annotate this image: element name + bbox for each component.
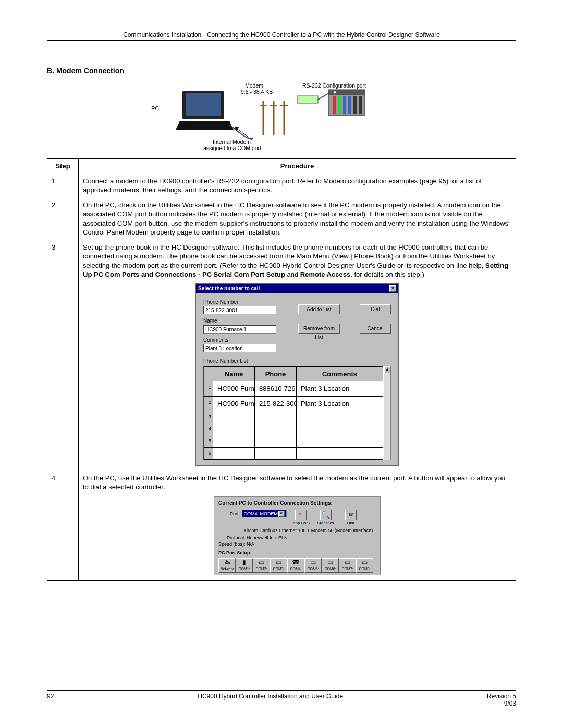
diagram-label-internal2: assigned to a COM port	[203, 145, 261, 151]
svg-rect-8	[297, 96, 318, 103]
svg-rect-1	[186, 93, 221, 116]
chevron-down-icon[interactable]: ▼	[278, 511, 285, 517]
dial-button[interactable]: ☎ Dial	[340, 510, 362, 526]
label-name: Name	[203, 317, 292, 325]
footer-date: 9/03	[504, 700, 516, 707]
label-protocol: Protocol:	[227, 535, 246, 540]
port-button[interactable]: 🖧Network	[218, 558, 236, 573]
loopback-button[interactable]: ⇅ Loop Back	[290, 510, 312, 526]
step-text: On the PC, use the Utilities Worksheet i…	[79, 471, 516, 580]
label-comments: Comments	[203, 337, 391, 344]
phone-icon: ☎	[348, 512, 353, 518]
step-text: Connect a modem to the HC900 controller'…	[79, 174, 516, 198]
step-num: 3	[47, 240, 79, 471]
port-button[interactable]: ▭COM3:	[270, 558, 287, 573]
port-button[interactable]: ▭COM8:	[356, 558, 373, 573]
xircom-line: Xircom CardBus Ethernet 100 + Modem 56 (…	[243, 527, 376, 534]
remove-from-list-button[interactable]: Remove from List	[298, 324, 340, 334]
grid-col-phone: Phone	[255, 366, 297, 381]
svg-rect-12	[338, 96, 341, 114]
svg-rect-11	[333, 96, 336, 114]
loopback-icon: ⇅	[299, 512, 302, 518]
svg-rect-16	[359, 96, 362, 114]
diagram-label-modem: Modem	[245, 82, 263, 89]
phone-input[interactable]: 215-822-3001	[203, 306, 276, 314]
step-text: On the PC, check on the Utilities Worksh…	[79, 198, 516, 240]
diagram-label-modem-rate: 9.6 - 38.4 KB	[241, 89, 273, 95]
table-row[interactable]: 5	[204, 435, 383, 447]
cancel-button[interactable]: Cancel	[360, 324, 391, 334]
step-text: Set up the phone book in the HC Designer…	[79, 240, 516, 471]
label-speed: Speed (bps):	[218, 541, 246, 547]
port-button[interactable]: ▭COM6:	[322, 558, 339, 573]
phonebook-dialog: Select the number to call × Phone Number…	[195, 283, 399, 466]
label-pc-port-setup: PC Port Setup	[218, 550, 376, 556]
magnify-icon: 🔍	[321, 510, 330, 520]
dialog-title: Select the number to call	[198, 285, 260, 292]
phone-list-grid[interactable]: Name Phone Comments 1HC900 Furnace 28886…	[203, 366, 391, 460]
connection-settings-panel: Current PC to Controller Connection Sett…	[214, 496, 381, 575]
svg-point-17	[334, 91, 336, 94]
grid-scrollbar[interactable]: ▲	[384, 366, 390, 460]
add-to-list-button[interactable]: Add to List	[298, 304, 340, 314]
table-row[interactable]: 2HC900 Furnace 1215-822-3001Plant 3 Loca…	[204, 396, 383, 411]
page-header: Communications Installation - Connecting…	[47, 31, 516, 41]
col-step: Step	[47, 159, 79, 174]
value-speed: N/A	[247, 541, 254, 547]
port-button[interactable]: ▮COM1:	[236, 558, 253, 573]
port-select[interactable]: COM4: MODEM▼	[242, 510, 287, 517]
grid-col-name: Name	[213, 366, 255, 381]
diagram-label-pc: PC	[151, 105, 159, 112]
modem-diagram: PC Modem 9.6 - 38.4 KB RS-232 Configurat…	[151, 80, 412, 153]
step-num: 2	[47, 198, 79, 240]
label-phone: Phone Number	[203, 299, 292, 306]
grid-col-comments: Comments	[297, 366, 383, 381]
port-button[interactable]: ▭COM7:	[339, 558, 356, 573]
step-num: 1	[47, 174, 79, 198]
table-row[interactable]: 4	[204, 423, 383, 435]
page-footer: 92 HC900 Hybrid Controller Installation …	[47, 690, 516, 707]
col-procedure: Procedure	[79, 159, 516, 174]
close-icon[interactable]: ×	[389, 285, 396, 292]
diagram-label-internal1: Internal Modem	[213, 139, 251, 145]
port-button[interactable]: ☎COM4:	[287, 558, 304, 573]
diagram-label-rs232: RS-232 Configuration port	[302, 82, 366, 89]
footer-revision: Revision 5	[487, 693, 516, 700]
footer-title: HC900 Hybrid Controller Installation and…	[198, 693, 343, 707]
comments-input[interactable]: Plant 3 Location	[203, 344, 276, 352]
port-button[interactable]: ▭COM5:	[304, 558, 322, 573]
table-row[interactable]: 6	[204, 447, 383, 459]
port-button[interactable]: ▭COM2:	[253, 558, 270, 573]
label-phone-list: Phone Number List	[203, 357, 391, 365]
dialog-titlebar: Select the number to call ×	[196, 284, 398, 293]
svg-rect-13	[343, 96, 346, 114]
value-protocol: Honeywell Inc. ELN	[247, 535, 288, 540]
svg-rect-15	[353, 96, 357, 114]
group-title: Current PC to Controller Connection Sett…	[218, 500, 376, 507]
dial-button[interactable]: Dial	[360, 304, 391, 314]
svg-rect-14	[348, 96, 351, 114]
table-row[interactable]: 1HC900 Furnace 2888610-726-4530Plant 3 L…	[204, 381, 383, 397]
label-port: Port	[230, 510, 239, 517]
port-buttons-row: 🖧Network▮COM1:▭COM2:▭COM3:☎COM4:▭COM5:▭C…	[218, 558, 376, 573]
section-title: B. Modem Connection	[47, 67, 516, 75]
step-num: 4	[47, 471, 79, 580]
statistics-button[interactable]: 🔍 Statistics	[315, 510, 337, 526]
page-number: 92	[47, 693, 54, 707]
procedure-table: Step Procedure 1 Connect a modem to the …	[47, 158, 516, 581]
table-row[interactable]: 3	[204, 411, 383, 423]
name-input[interactable]: HC900 Furnace 1	[203, 325, 276, 334]
